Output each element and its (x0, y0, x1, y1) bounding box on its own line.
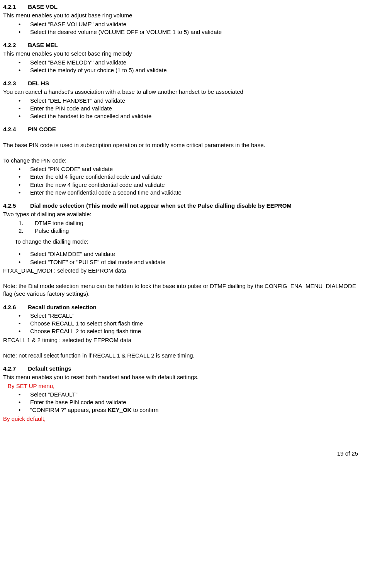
p2-425: To change the dialling mode: (15, 238, 361, 246)
bullet-item: Enter the new 4 figure confidential code… (3, 181, 361, 189)
bullets-426: Select "RECALL" Choose RECALL 1 to selec… (3, 312, 361, 336)
heading-423: 4.2.3 DEL HS (3, 80, 361, 87)
heading-num: 4.2.4 (3, 125, 26, 133)
intro-421: This menu enables you to adjust base rin… (3, 12, 361, 19)
heading-num: 4.2.7 (3, 365, 26, 373)
bullet-item: Enter the base PIN code and validate (3, 398, 361, 406)
heading-title: BASE VOL (28, 3, 58, 10)
heading-421: 4.2.1 BASE VOL (3, 3, 361, 11)
b3a: "CONFIRM ?" appears, press (30, 407, 108, 413)
bullet-item: Select the melody of your choice (1 to 5… (3, 66, 361, 74)
bullet-item: Enter the new confidential code a second… (3, 189, 361, 197)
p1-426: RECALL 1 & 2 timing : selected by EEPROM… (3, 336, 361, 344)
num-item: Pulse dialling (3, 227, 361, 235)
b3c: to confirm (131, 407, 158, 413)
bullet-item: Enter the PIN code and validate (3, 105, 361, 112)
heading-num: 4.2.3 (3, 80, 26, 87)
bullet-item: Select "BASE VOLUME" and validate (3, 20, 361, 28)
heading-422: 4.2.2 BASE MEL (3, 41, 361, 49)
bullet-item: Select "DIALMODE" and validate (3, 250, 361, 258)
heading-title: Default settings (28, 365, 71, 372)
bullet-item: Select "DEFAULT" (3, 391, 361, 398)
bullet-item: Choose RECALL 1 to select short flash ti… (3, 320, 361, 327)
bullet-item: Select the desired volume (VOLUME OFF or… (3, 28, 361, 36)
heading-num: 4.2.1 (3, 3, 26, 11)
bullet-item: Enter the old 4 figure confidential code… (3, 173, 361, 181)
heading-num: 4.2.2 (3, 41, 26, 49)
bullet-item: Select "PIN CODE" and validate (3, 165, 361, 173)
heading-427: 4.2.7 Default settings (3, 365, 361, 373)
bullet-item: Select "DEL HANDSET" and validate (3, 97, 361, 105)
intro-422: This menu enables you to select base rin… (3, 50, 361, 58)
heading-num: 4.2.5 (3, 202, 26, 210)
bullets-422: Select "BASE MELODY" and validate Select… (3, 59, 361, 75)
heading-424: 4.2.4 PIN CODE (3, 125, 361, 133)
note-425: Note: the Dial mode selection menu can b… (3, 282, 361, 298)
p3-425: FTXX_DIAL_MODI : selected by EEPROM data (3, 267, 361, 275)
bullet-item: Select the handset to be cancelled and v… (3, 112, 361, 120)
b3b: KEY_OK (108, 407, 132, 413)
heading-title: BASE MEL (28, 42, 58, 48)
bullets-425: Select "DIALMODE" and validate Select "T… (3, 250, 361, 266)
bullet-item: Select "TONE" or "PULSE" of dial mode an… (3, 258, 361, 266)
p2-424: To change the PIN code: (3, 157, 361, 164)
page-number: 19 of 25 (3, 450, 361, 458)
bullets-421: Select "BASE VOLUME" and validate Select… (3, 20, 361, 36)
intro-427: This menu enables you to reset both hand… (3, 373, 361, 381)
num-item: DTMF tone dialling (3, 219, 361, 227)
bullet-item: "CONFIRM ?" appears, press KEY_OK to con… (3, 406, 361, 414)
bullet-item: Select "RECALL" (3, 312, 361, 320)
heading-title: PIN CODE (28, 126, 56, 132)
note-426: Note: not recall select function in if R… (3, 352, 361, 359)
numlist-425: DTMF tone dialling Pulse dialling (3, 219, 361, 235)
red1-427: By SET UP menu, (8, 382, 361, 390)
heading-title: DEL HS (28, 80, 49, 86)
bullets-427: Select "DEFAULT" Enter the base PIN code… (3, 391, 361, 414)
heading-title: Dial mode selection (This mode will not … (30, 202, 361, 210)
p1-424: The base PIN code is used in subscriptio… (3, 141, 361, 149)
bullet-item: Choose RECALL 2 to select long flash tim… (3, 327, 361, 335)
bullets-423: Select "DEL HANDSET" and validate Enter … (3, 97, 361, 120)
bullet-item: Select "BASE MELODY" and validate (3, 59, 361, 66)
heading-title: Recall duration selection (28, 304, 97, 310)
heading-426: 4.2.6 Recall duration selection (3, 303, 361, 311)
bullets-424: Select "PIN CODE" and validate Enter the… (3, 165, 361, 197)
intro-423: You can cancel a handset's association w… (3, 88, 361, 96)
red2-427: By quick default, (3, 415, 361, 423)
heading-num: 4.2.6 (3, 303, 26, 311)
heading-425: 4.2.5 Dial mode selection (This mode wil… (3, 202, 361, 210)
intro-425: Two types of dialling are available: (3, 210, 361, 218)
